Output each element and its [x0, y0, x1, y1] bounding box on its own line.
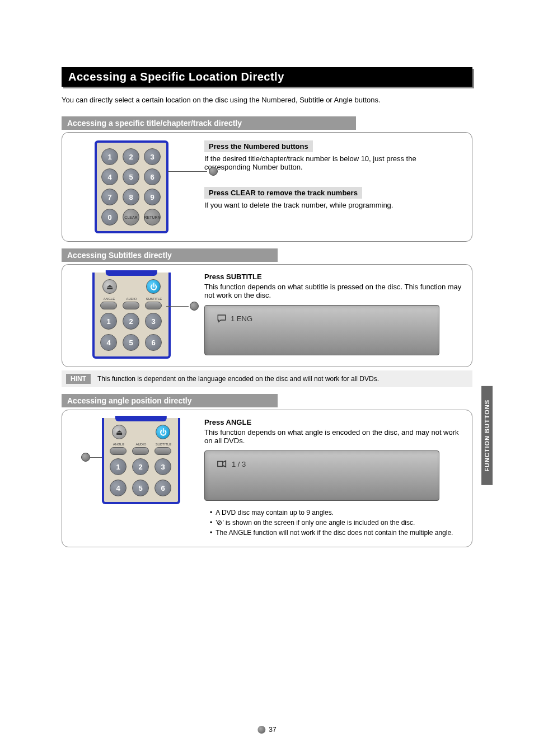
- callout-dot-icon: [190, 302, 199, 311]
- label-audio2: AUDIO: [132, 443, 150, 446]
- keypad-6: 6: [144, 168, 161, 185]
- keypad-9: 9: [144, 189, 161, 205]
- section-header-numbered: Accessing a specific title/chapter/track…: [62, 116, 356, 130]
- audio-pill: [123, 302, 139, 309]
- subtitle-osd-text: 1 ENG: [231, 314, 252, 323]
- eject-icon: ⏏: [112, 425, 127, 439]
- page-number-text: 37: [269, 726, 276, 734]
- section-header-subtitle: Accessing Subtitles directly: [62, 248, 278, 262]
- subtitle-osd: 1 ENG: [204, 305, 439, 355]
- hint-bar-subtitle: HINT This function is dependent on the l…: [62, 370, 472, 387]
- audio-pill2: [132, 447, 149, 455]
- subtitle-pill: [145, 302, 162, 309]
- section-header-angle: Accessing angle position directly: [62, 394, 278, 407]
- keypad-2: 2: [123, 148, 139, 165]
- keypad-3: 3: [144, 148, 161, 165]
- power-icon: ⏻: [146, 279, 161, 294]
- subtitle-step-desc: This function depends on what subtitle i…: [204, 283, 464, 299]
- angle-osd-text: 1 / 3: [232, 460, 246, 468]
- step1-label: Press the Numbered buttons: [204, 140, 313, 152]
- keypad-6c: 6: [154, 480, 171, 496]
- hint-tag: HINT: [66, 374, 91, 384]
- remote-top-subtitle: ⏏ ⏻ ANGLE AUDIO SUBTITLE 1 2 3 4: [92, 273, 171, 359]
- keypad-5c: 5: [132, 480, 149, 496]
- keypad-1b: 1: [100, 313, 117, 330]
- keypad-2c: 2: [132, 458, 149, 475]
- eject-icon: ⏏: [102, 279, 117, 294]
- keypad-return: RETURN: [144, 209, 161, 226]
- keypad-4c: 4: [110, 480, 127, 496]
- label-angle: ANGLE: [100, 297, 118, 300]
- side-tab: FUNCTION BUTTONS: [481, 386, 493, 485]
- keypad-3b: 3: [145, 313, 162, 330]
- page-number-dot-icon: [257, 726, 265, 734]
- hint-text: This function is dependent on the langua…: [97, 375, 379, 383]
- keypad-5b: 5: [123, 334, 139, 351]
- intro-text: You can directly select a certain locati…: [62, 96, 472, 104]
- page-number: 37: [257, 726, 276, 734]
- angle-pill: [100, 302, 117, 309]
- angle-icon: [216, 459, 228, 469]
- section-subtitle: ⏏ ⏻ ANGLE AUDIO SUBTITLE 1 2 3 4: [62, 264, 472, 367]
- angle-note-3: The ANGLE function will not work if the …: [216, 529, 453, 537]
- subtitle-icon: [216, 313, 227, 323]
- label-audio: AUDIO: [123, 297, 140, 300]
- label-angle2: ANGLE: [110, 443, 128, 446]
- angle-pill2: [110, 447, 127, 455]
- keypad-1c: 1: [110, 458, 127, 475]
- keypad-clear: CLEAR: [123, 209, 139, 226]
- remote-keypad: 1 2 3 4 5 6 7 8 9 0 CLEAR RETURN: [95, 140, 168, 233]
- page-title: Accessing a Specific Location Directly: [62, 67, 472, 87]
- angle-notes: •A DVD disc may contain up to 9 angles. …: [204, 509, 464, 537]
- label-subtitle: SUBTITLE: [145, 297, 163, 300]
- subtitle-step-label: Press SUBTITLE: [204, 273, 464, 281]
- power-icon: ⏻: [156, 425, 170, 439]
- step2-label: Press CLEAR to remove the track numbers: [204, 187, 362, 199]
- keypad-4: 4: [101, 168, 118, 185]
- angle-step-label: Press ANGLE: [204, 418, 464, 426]
- keypad-4b: 4: [100, 334, 117, 351]
- keypad-1: 1: [101, 148, 118, 165]
- step2-desc: If you want to delete the track number, …: [204, 201, 464, 209]
- angle-note-1: A DVD disc may contain up to 9 angles.: [216, 509, 334, 516]
- keypad-3c: 3: [154, 458, 171, 475]
- remote-top-angle: ⏏ ⏻ ANGLE AUDIO SUBTITLE 1 2 3 4: [102, 418, 180, 504]
- section-angle: ⏏ ⏻ ANGLE AUDIO SUBTITLE 1 2 3 4: [62, 410, 472, 547]
- keypad-5: 5: [123, 168, 139, 185]
- step1-desc: If the desired title/chapter/track numbe…: [204, 154, 464, 171]
- angle-note-2: '⊘' is shown on the screen if only one a…: [216, 519, 415, 527]
- angle-osd: 1 / 3: [204, 450, 439, 501]
- keypad-6b: 6: [145, 334, 162, 351]
- keypad-7: 7: [101, 189, 118, 205]
- keypad-0: 0: [101, 209, 118, 226]
- label-subtitle2: SUBTITLE: [154, 443, 172, 446]
- subtitle-pill2: [154, 447, 171, 455]
- keypad-8: 8: [123, 189, 139, 205]
- section-numbered: 1 2 3 4 5 6 7 8 9 0 CLEAR RETURN Press t…: [62, 132, 472, 242]
- angle-step-desc: This function depends on what angle is e…: [204, 428, 464, 445]
- callout-dot-icon: [81, 453, 90, 462]
- callout-dot-icon: [209, 167, 218, 176]
- keypad-2b: 2: [123, 313, 139, 330]
